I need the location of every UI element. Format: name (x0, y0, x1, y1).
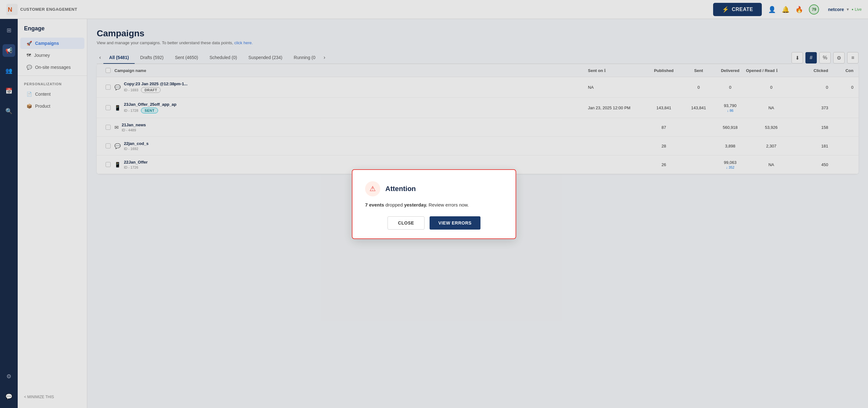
attention-dialog: ⚠ Attention 7 events dropped yesterday. … (352, 169, 516, 239)
dialog-actions: CLOSE VIEW ERRORS (365, 216, 503, 230)
dialog-overlay: ⚠ Attention 7 events dropped yesterday. … (0, 0, 868, 408)
dialog-title: Attention (385, 185, 416, 193)
dialog-header: ⚠ Attention (365, 181, 503, 196)
attention-warning-icon: ⚠ (365, 181, 380, 196)
close-button[interactable]: CLOSE (388, 216, 425, 230)
view-errors-button[interactable]: VIEW ERRORS (430, 216, 480, 230)
dialog-body: 7 events dropped yesterday. Review error… (365, 202, 503, 207)
